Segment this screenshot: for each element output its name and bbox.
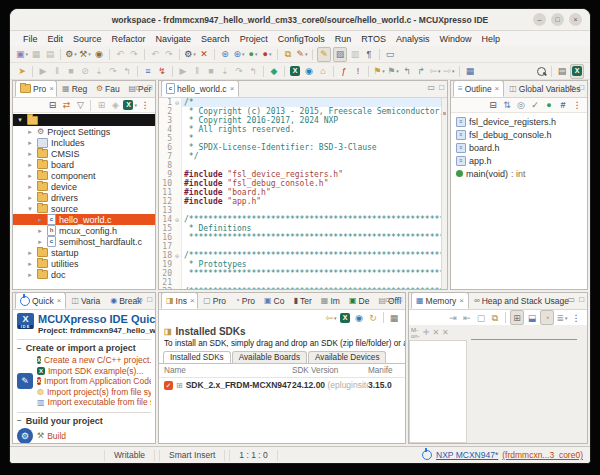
layout-button[interactable]: ≣▾	[556, 311, 568, 324]
link-import-from-application-code-h[interactable]: XImport from Application Code Hub	[37, 376, 151, 387]
view-menu-button[interactable]: ⋮	[571, 99, 583, 112]
minimize-view-icon[interactable]: ▭	[386, 296, 394, 304]
code-line[interactable]: 7 */	[159, 152, 441, 161]
sdk-subtab-available-devices[interactable]: Available Devices	[308, 351, 386, 363]
new-mcux-project-button[interactable]: X	[339, 311, 351, 324]
toggle-split-button[interactable]: ⊞	[510, 310, 524, 325]
refresh-button[interactable]: ↻	[367, 311, 379, 324]
title-bar[interactable]: workspace - frdmmcxn947_hello_world_cm33…	[10, 9, 590, 31]
expander-icon[interactable]: ▸	[36, 238, 44, 246]
editor-tab-hello_world.c[interactable]: chello_world.c×	[161, 80, 239, 97]
code-line[interactable]: 20 *************************************…	[159, 269, 441, 278]
code-line[interactable]: 14⊖/************************************…	[159, 215, 441, 224]
collapse-all-button[interactable]: ⊟	[487, 99, 499, 112]
tree-item-device[interactable]: ▸device	[13, 181, 155, 192]
maximize-view-icon[interactable]: □	[579, 84, 584, 92]
sdk-checkbox[interactable]: ✓	[164, 381, 173, 390]
tree-item-includes[interactable]: ▸Includes	[13, 137, 155, 148]
profile-energy-button[interactable]: !	[352, 65, 364, 78]
expander-icon[interactable]: ▸	[26, 271, 34, 279]
custom-filters-button[interactable]: ◎	[515, 99, 527, 112]
last-edit-location-button[interactable]: ↰	[401, 65, 413, 78]
code-line[interactable]: 10#include "fsl_debug_console.h"	[159, 179, 441, 188]
hide-fields-button[interactable]: ●	[543, 99, 555, 112]
sdk-table-row[interactable]: ✓⊞SDK_2.x_FRDM-MCXN94724.12.00 (eplugins…	[159, 378, 405, 392]
sdk-subtab-installed-sdks[interactable]: Installed SDKs	[163, 351, 231, 363]
tree-item-drivers[interactable]: ▸drivers	[13, 192, 155, 203]
pin-view-button[interactable]: ⚑▾	[387, 65, 399, 78]
search-button[interactable]	[535, 65, 547, 78]
maximize-view-icon[interactable]: □	[147, 84, 152, 92]
remove-monitor-button[interactable]: ✕	[432, 328, 439, 337]
menu-refactor[interactable]: Refactor	[107, 33, 151, 45]
add-monitor-button[interactable]: ✛	[423, 328, 430, 337]
expander-icon[interactable]: ▸	[26, 150, 34, 158]
explorer-tab-pro[interactable]: Pro×	[15, 80, 57, 97]
debug-config-button[interactable]: ⚙▾	[184, 48, 196, 61]
terminate-launch-button[interactable]: ✕	[198, 48, 210, 61]
maximize-view-icon[interactable]: □	[439, 84, 444, 92]
minimize-view-icon[interactable]: ▭	[568, 296, 576, 304]
link-build[interactable]: ⚒Build	[37, 430, 151, 441]
console-area-tab-de[interactable]: ▣De	[344, 292, 373, 309]
new-wizard-button[interactable]: ▣▾	[16, 48, 28, 61]
code-editor[interactable]: 1⊖/*2 * Copyright (c) 2013 - 2015, Frees…	[159, 98, 447, 289]
close-icon[interactable]: ×	[190, 296, 195, 305]
code-line[interactable]: 1⊖/*	[159, 98, 441, 107]
tree-item-semihost-hardfault-c[interactable]: ▸csemihost_hardfault.c	[13, 236, 155, 247]
sdk-web-button[interactable]: ◉	[353, 311, 365, 324]
code-line[interactable]: 3 * Copyright 2016-2017, 2024 NXP	[159, 116, 441, 125]
code-line[interactable]: 15 * Definitions	[159, 224, 441, 233]
menu-window[interactable]: Window	[434, 33, 476, 45]
monitors-list[interactable]	[409, 340, 467, 443]
code-line[interactable]: 9#include "fsl_device_registers.h"	[159, 170, 441, 179]
back-button[interactable]: ⇦▾	[325, 311, 337, 324]
column-header-manife[interactable]: Manife	[368, 366, 400, 375]
close-icon[interactable]: ×	[459, 296, 464, 305]
link-create-a-new-c-c-project-[interactable]: XCreate a new C/C++ project...	[37, 355, 151, 366]
expander-icon[interactable]: ▸	[36, 227, 44, 235]
memory-area-tab-heap-and-stack-usage[interactable]: ∞Heap and Stack Usage	[469, 292, 574, 309]
menu-navigate[interactable]: Navigate	[151, 33, 197, 45]
tree-item-startup[interactable]: ▸startup	[13, 247, 155, 258]
expander-icon[interactable]: ▸	[26, 128, 34, 136]
open-web-button[interactable]: ◉	[303, 65, 315, 78]
run-button[interactable]: ●▾	[261, 48, 273, 61]
close-icon[interactable]: ×	[230, 84, 235, 93]
memory-area-tab-memory[interactable]: ▦Memory×	[411, 292, 469, 309]
expander-icon[interactable]: ▸	[26, 249, 34, 257]
expander-icon[interactable]: ▸	[26, 161, 34, 169]
build-config-button[interactable]: ◉	[93, 48, 105, 61]
filter-button[interactable]: ▽	[74, 99, 86, 112]
console-area-tab-pro[interactable]: ▢Pro	[198, 292, 230, 309]
pointer-mode-button[interactable]: ➤	[16, 65, 28, 78]
maximize-button[interactable]: □	[551, 13, 564, 26]
menu-analysis[interactable]: Analysis	[391, 33, 435, 45]
sdk-subtab-available-boards[interactable]: Available Boards	[232, 351, 307, 363]
expander-icon[interactable]: ▸	[26, 139, 34, 147]
expander-icon[interactable]: ▸	[26, 194, 34, 202]
debug-button[interactable]: ●▾	[247, 48, 259, 61]
build-target-button[interactable]: ◆	[268, 65, 280, 78]
expander-icon[interactable]: ▸	[26, 172, 34, 180]
menu-edit[interactable]: Edit	[43, 33, 69, 45]
outline-item-fsl-device-registers-h[interactable]: ≡fsl_device_registers.h	[451, 115, 587, 128]
import-button[interactable]: ⧉	[489, 311, 501, 324]
explorer-tab-fau[interactable]: ⚙Fau	[91, 80, 124, 97]
overview-ruler[interactable]	[441, 98, 447, 289]
profile-trace-button[interactable]: ƒ	[338, 65, 350, 78]
open-new-window-button[interactable]: ▦	[464, 65, 476, 78]
console-area-tab-pro[interactable]: ◔Pro	[230, 292, 259, 309]
next-edit-location-button[interactable]: ↱	[415, 65, 427, 78]
export-button[interactable]: ⬓	[526, 311, 538, 324]
mcuxpresso-perspective-button[interactable]: X	[570, 64, 584, 79]
tree-item-hello-world-c[interactable]: ▸chello_world.c	[13, 214, 155, 225]
tree-item-board[interactable]: ▸board	[13, 159, 155, 170]
menu-project[interactable]: Project	[235, 33, 273, 45]
remove-all-monitors-button[interactable]: ✕	[442, 328, 449, 337]
fold-marker-icon[interactable]: ⊖	[173, 98, 182, 107]
new-rendering-button[interactable]: ⇥	[447, 311, 459, 324]
code-line[interactable]: 12#include "app.h"	[159, 197, 441, 206]
quickstart-tab-varia[interactable]: ◫Varia	[66, 292, 105, 309]
show-annotations-button[interactable]: ▨	[333, 47, 347, 62]
